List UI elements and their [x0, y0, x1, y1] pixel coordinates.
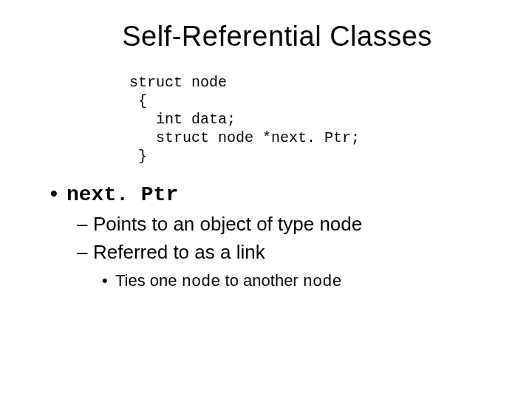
- bullet-level1: •next. Ptr: [50, 182, 502, 206]
- code-line-5: }: [129, 148, 147, 165]
- bullet-l3-code2: node: [303, 273, 342, 291]
- bullet-l1-text: next. Ptr: [66, 183, 178, 206]
- bullet-list: •next. Ptr –Points to an object of type …: [44, 182, 502, 291]
- bullet-level2-a: –Points to an object of type node: [77, 212, 502, 237]
- bullet-marker: •: [50, 182, 66, 205]
- bullet-l2a-text: Points to an object of type node: [93, 213, 362, 235]
- bullet-l2b-text: Referred to as a link: [93, 241, 265, 263]
- code-line-2: {: [129, 92, 147, 109]
- bullet-level3: •Ties one node to another node: [102, 271, 502, 291]
- bullet-l3-code1: node: [182, 273, 221, 291]
- code-line-1: struct node: [129, 74, 227, 91]
- bullet-marker: –: [77, 240, 93, 265]
- bullet-l3-mid: to another: [221, 271, 303, 290]
- bullet-marker: –: [77, 212, 93, 237]
- code-block: struct node { int data; struct node *nex…: [129, 73, 502, 166]
- bullet-level2-b: –Referred to as a link: [77, 240, 502, 265]
- bullet-marker: •: [102, 271, 115, 290]
- slide-title: Self-Referential Classes: [52, 21, 502, 52]
- bullet-l3-prefix: Ties one: [115, 271, 182, 290]
- code-line-3: int data;: [129, 111, 236, 128]
- code-line-4: struct node *next. Ptr;: [129, 129, 360, 146]
